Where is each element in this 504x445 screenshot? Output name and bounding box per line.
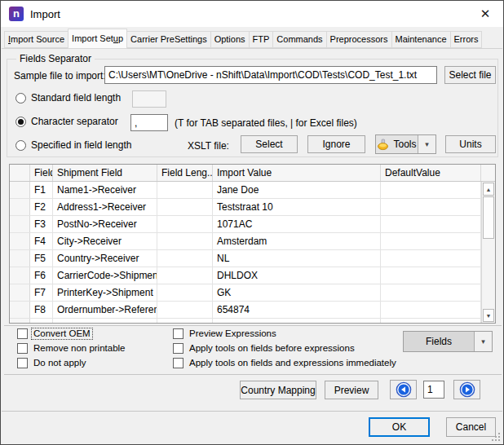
cell-field[interactable]: F3 <box>30 216 53 232</box>
cell-default-value[interactable] <box>381 216 481 232</box>
page-number-input[interactable] <box>423 381 444 399</box>
checkbox-label-apply-tools-on-fields-before-expressions[interactable]: Apply tools on fields before expressions <box>188 343 356 354</box>
cell-shipment-field[interactable]: Country->Receiver <box>53 250 157 267</box>
tab-maintenance[interactable]: Maintenance <box>391 31 451 48</box>
previous-record-button[interactable] <box>390 380 417 399</box>
cell-field-length[interactable] <box>157 302 213 318</box>
radio-character-separator[interactable] <box>15 117 26 127</box>
radio-label-character-separator[interactable]: Character separator <box>31 117 118 127</box>
preview-button[interactable]: Preview <box>325 381 378 399</box>
checkbox-remove-non-printable[interactable] <box>17 343 28 354</box>
tab-ftp[interactable]: FTP <box>249 31 274 48</box>
table-row[interactable]: F1Name1->ReceiverJane Doe <box>10 182 495 199</box>
cell-default-value[interactable] <box>381 267 481 284</box>
cell-shipment-field[interactable]: Address1->Receiver <box>53 199 157 215</box>
column-header-import-value[interactable]: Import Value <box>213 165 381 181</box>
table-row[interactable]: F6CarrierCode->ShipmentDHLDOX <box>10 267 495 284</box>
ok-button[interactable]: OK <box>369 417 430 437</box>
table-row[interactable]: F4City->ReceiverAmsterdam <box>10 233 495 250</box>
tools-button-main[interactable]: Tools <box>376 135 418 153</box>
checkbox-do-not-apply[interactable] <box>17 358 28 368</box>
cell-field[interactable]: F1 <box>30 182 53 198</box>
row-selector[interactable] <box>10 302 30 318</box>
resize-grip[interactable] <box>492 433 501 442</box>
tab-options[interactable]: Options <box>210 31 250 48</box>
checkbox-label-do-not-apply[interactable]: Do not apply <box>32 358 88 368</box>
checkbox-row-apply-tools-on-fields-and-expressions-immediately[interactable]: Apply tools on fields and expressions im… <box>173 358 398 368</box>
checkbox-label-remove-non-printable[interactable]: Remove non printable <box>32 343 127 354</box>
checkbox-apply-tools-on-fields-and-expressions-immediately[interactable] <box>173 358 183 368</box>
cell-field-length[interactable] <box>157 284 213 301</box>
checkbox-row-do-not-apply[interactable]: Do not apply <box>17 358 127 368</box>
fields-button-main[interactable]: Fields <box>404 332 474 351</box>
table-row[interactable]: F2Address1->ReceiverTeststraat 10 <box>10 199 495 216</box>
cell-import-value[interactable]: Jane Doe <box>213 182 381 198</box>
scroll-down-icon[interactable]: ▼ <box>483 309 494 322</box>
checkbox-row-remove-non-printable[interactable]: Remove non printable <box>17 343 127 354</box>
column-header-field[interactable]: Field <box>30 165 53 181</box>
checkbox-convert-oem[interactable] <box>17 328 28 339</box>
cell-default-value[interactable] <box>381 250 481 267</box>
cell-field-length[interactable] <box>157 182 213 198</box>
table-row[interactable]: F7PrinterKey->ShipmentGK <box>10 284 495 302</box>
tab-preprocessors[interactable]: Preprocessors <box>326 31 392 48</box>
sample-file-input[interactable] <box>104 66 437 84</box>
cell-import-value[interactable]: Amsterdam <box>213 233 381 249</box>
checkbox-apply-tools-on-fields-before-expressions[interactable] <box>173 343 183 354</box>
cell-field[interactable]: F7 <box>30 284 53 301</box>
row-selector[interactable] <box>10 250 30 267</box>
cell-shipment-field[interactable]: Name1->Receiver <box>53 182 157 198</box>
cell-shipment-field[interactable]: CarrierCode->Shipment <box>53 267 157 284</box>
cell-field[interactable]: F5 <box>30 250 53 267</box>
cell-field[interactable]: F8 <box>30 302 53 318</box>
cell-default-value[interactable] <box>381 233 481 249</box>
xslt-ignore-button[interactable]: Ignore <box>307 135 365 153</box>
cell-shipment-field[interactable]: PostNo->Receiver <box>53 216 157 232</box>
country-mapping-button[interactable]: Country Mapping <box>240 381 316 399</box>
cell-field-length[interactable] <box>157 233 213 249</box>
checkbox-label-apply-tools-on-fields-and-expressions-immediately[interactable]: Apply tools on fields and expressions im… <box>188 358 398 368</box>
cell-field-length[interactable] <box>157 250 213 267</box>
radio-label-standard-field-length[interactable]: Standard field length <box>31 93 121 104</box>
xslt-select-button[interactable]: Select <box>241 135 298 153</box>
cell-shipment-field[interactable]: PrinterKey->Shipment <box>53 284 157 301</box>
column-header-field-length[interactable]: Field Leng... <box>157 165 213 181</box>
cell-default-value[interactable] <box>381 199 481 215</box>
cell-default-value[interactable] <box>381 284 481 301</box>
checkbox-row-apply-tools-on-fields-before-expressions[interactable]: Apply tools on fields before expressions <box>173 343 398 354</box>
cell-field[interactable]: F2 <box>30 199 53 215</box>
radio-specified-in-field-length[interactable] <box>15 140 26 151</box>
column-header-shipment-field[interactable]: Shipment Field <box>53 165 157 181</box>
row-selector[interactable] <box>10 233 30 249</box>
character-separator-input[interactable] <box>130 114 168 131</box>
row-selector[interactable] <box>10 216 30 232</box>
cell-field-length[interactable] <box>157 216 213 232</box>
tools-button[interactable]: Tools ▾ <box>375 134 436 154</box>
checkbox-row-convert-oem[interactable]: Convert OEM <box>17 328 127 339</box>
tab-import-setup[interactable]: Import Setup <box>68 29 127 49</box>
cancel-button[interactable]: Cancel <box>446 417 496 437</box>
table-row[interactable]: F5Country->ReceiverNL <box>10 250 495 267</box>
scroll-thumb[interactable] <box>483 196 494 239</box>
checkbox-row-preview-expressions[interactable]: Preview Expressions <box>173 328 398 339</box>
table-row[interactable]: F8Ordernumber->Reference654874 <box>10 302 495 319</box>
row-selector[interactable] <box>10 199 30 215</box>
cell-import-value[interactable]: NL <box>213 250 381 267</box>
column-header-rowheader[interactable] <box>10 165 30 181</box>
next-record-button[interactable] <box>453 380 480 399</box>
row-selector[interactable] <box>10 284 30 301</box>
cell-field-length[interactable] <box>157 199 213 215</box>
checkbox-label-convert-oem[interactable]: Convert OEM <box>32 328 92 339</box>
cell-shipment-field[interactable]: City->Receiver <box>53 233 157 249</box>
radio-label-specified-in-field-length[interactable]: Specified in field length <box>31 140 131 151</box>
cell-field[interactable]: F6 <box>30 267 53 284</box>
cell-shipment-field[interactable]: Ordernumber->Reference <box>53 302 157 318</box>
cell-import-value[interactable]: Teststraat 10 <box>213 199 381 215</box>
tab-commands[interactable]: Commands <box>272 31 326 48</box>
checkbox-preview-expressions[interactable] <box>173 328 183 339</box>
radio-standard-field-length[interactable] <box>15 93 26 104</box>
checkbox-label-preview-expressions[interactable]: Preview Expressions <box>188 328 278 339</box>
tab-carrier-presettings[interactable]: Carrier PreSettings <box>126 31 211 48</box>
cell-import-value[interactable]: 654874 <box>213 302 381 318</box>
units-button[interactable]: Units <box>445 135 496 153</box>
